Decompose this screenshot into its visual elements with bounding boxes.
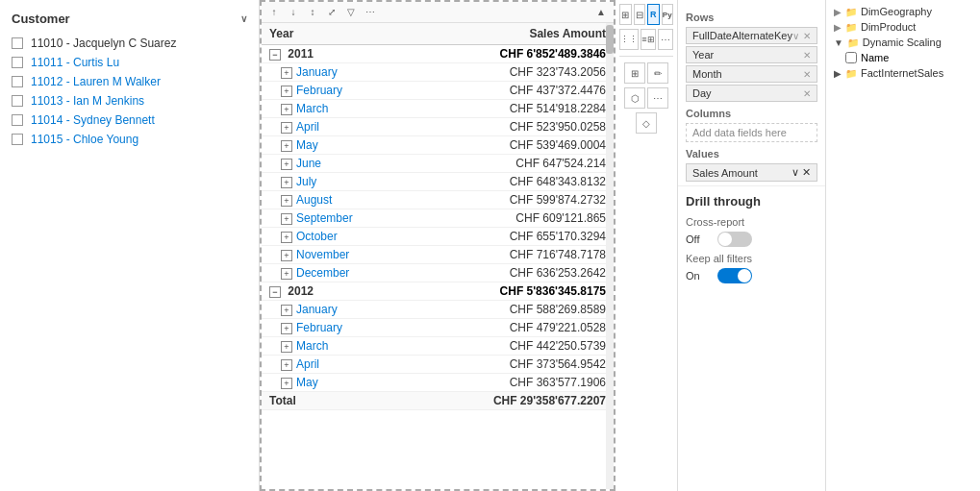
expand-icon[interactable]: + bbox=[281, 67, 292, 79]
customer-checkbox[interactable] bbox=[12, 76, 23, 87]
chevron-down-icon[interactable]: ∨ bbox=[792, 166, 799, 178]
expand-icon[interactable]: + bbox=[281, 232, 292, 243]
chevron-down-icon[interactable]: ∨ bbox=[792, 31, 799, 41]
field-tag-sales-amount[interactable]: Sales Amount ∨ ✕ bbox=[686, 163, 817, 182]
list-item[interactable]: 11014 - Sydney Bennett bbox=[0, 110, 259, 130]
remove-field-icon[interactable]: ✕ bbox=[803, 31, 811, 41]
sort-both-icon[interactable]: ↕ bbox=[304, 4, 321, 21]
list-icon[interactable]: ≡⊞ bbox=[641, 29, 656, 50]
tree-group-dynamicscaling: Name bbox=[834, 50, 980, 65]
matrix-icon[interactable]: ⊟ bbox=[634, 4, 646, 25]
month-amount: CHF 523'950.0258 bbox=[415, 118, 614, 136]
month-amount: CHF 479'221.0528 bbox=[415, 319, 614, 337]
expand-icon[interactable]: ⤢ bbox=[323, 4, 340, 21]
list-item[interactable]: 11013 - Ian M Jenkins bbox=[0, 91, 259, 110]
folder-icon2: 📁 bbox=[845, 68, 857, 79]
field-tag-year[interactable]: Year ✕ bbox=[686, 46, 817, 63]
diamond-icon[interactable]: ◇ bbox=[636, 112, 657, 134]
sort-asc-icon[interactable]: ↑ bbox=[265, 4, 283, 21]
expand-icon[interactable]: + bbox=[281, 177, 292, 188]
more-icon[interactable]: ⋯ bbox=[362, 4, 379, 21]
expand-icon[interactable]: + bbox=[281, 378, 292, 389]
drill-through-section: Drill through Cross-report Off Keep all … bbox=[678, 185, 825, 297]
fields-tree-panel: ▶ 📁 DimGeography ▶ 📁 DimProduct ▼ 📁 Dyna… bbox=[825, 0, 980, 491]
expand-icon[interactable]: + bbox=[281, 104, 292, 115]
grid-icon[interactable]: ⋮⋮ bbox=[619, 29, 639, 50]
matrix-scroll-area[interactable]: Year Sales Amount − 2011 CHF 6'852'489.3… bbox=[262, 23, 614, 489]
field-tag-day[interactable]: Day ✕ bbox=[686, 85, 817, 102]
expand-icon[interactable]: + bbox=[281, 159, 292, 170]
remove-field-icon[interactable]: ✕ bbox=[802, 166, 811, 178]
rows-label: Rows bbox=[686, 12, 817, 23]
month-label: +May bbox=[262, 136, 415, 155]
month-label: +December bbox=[262, 264, 415, 282]
table-row: +August CHF 599'874.2732 bbox=[262, 191, 614, 209]
tree-item-factinternetsales[interactable]: ▶ 📁 FactInternetSales bbox=[834, 65, 980, 81]
month-label: +August bbox=[262, 191, 415, 209]
sort-desc-icon[interactable]: ↓ bbox=[285, 4, 302, 21]
expand-icon[interactable]: + bbox=[281, 305, 292, 316]
name-checkbox[interactable] bbox=[845, 52, 857, 63]
tree-item-dimgeography[interactable]: ▶ 📁 DimGeography bbox=[834, 4, 980, 19]
field-tag-month[interactable]: Month ✕ bbox=[686, 65, 817, 83]
tree-item-dynamicscaling[interactable]: ▼ 📁 Dynamic Scaling bbox=[834, 35, 980, 50]
expand-icon[interactable]: + bbox=[281, 268, 292, 280]
table-row: +June CHF 647'524.214 bbox=[262, 155, 614, 173]
table-row: +February CHF 479'221.0528 bbox=[262, 319, 614, 337]
cross-report-toggle-row: Off bbox=[686, 232, 817, 247]
format-table-icon[interactable]: ⊞ bbox=[624, 62, 645, 84]
expand-icon[interactable]: + bbox=[281, 86, 292, 97]
table-row: +February CHF 437'372.4476 bbox=[262, 82, 614, 100]
expand-icon[interactable]: + bbox=[281, 213, 292, 225]
remove-field-icon[interactable]: ✕ bbox=[803, 88, 811, 99]
off-label: Off bbox=[686, 233, 710, 245]
expand-icon[interactable]: + bbox=[281, 341, 292, 353]
expand-icon[interactable]: + bbox=[281, 250, 292, 261]
remove-field-icon[interactable]: ✕ bbox=[803, 69, 811, 80]
expand-icon[interactable]: + bbox=[281, 122, 292, 134]
collapse-icon[interactable]: − bbox=[269, 286, 281, 298]
ellipsis-icon[interactable]: ⋯ bbox=[658, 29, 673, 50]
paint-icon[interactable]: ✏ bbox=[647, 62, 668, 84]
customer-checkbox[interactable] bbox=[12, 95, 23, 107]
list-item[interactable]: 11012 - Lauren M Walker bbox=[0, 72, 259, 91]
cross-report-toggle[interactable] bbox=[717, 232, 752, 247]
r-icon[interactable]: R bbox=[647, 4, 660, 25]
hex-icon[interactable]: ⬡ bbox=[624, 87, 645, 109]
expand-icon[interactable]: + bbox=[281, 323, 292, 334]
tree-checkbox-name[interactable]: Name bbox=[845, 50, 980, 65]
customer-checkbox[interactable] bbox=[12, 57, 23, 68]
field-name: Month bbox=[692, 68, 722, 80]
name-label: Name bbox=[861, 52, 889, 63]
scroll-up-icon[interactable]: ▲ bbox=[592, 4, 610, 21]
tree-item-dimproduct[interactable]: ▶ 📁 DimProduct bbox=[834, 19, 980, 35]
customer-name: 11011 - Curtis Lu bbox=[31, 56, 119, 69]
filter-icon[interactable]: ▽ bbox=[342, 4, 360, 21]
chevron-down-icon[interactable]: ∨ bbox=[240, 13, 247, 24]
remove-field-icon[interactable]: ✕ bbox=[803, 50, 811, 61]
table-row: +December CHF 636'253.2642 bbox=[262, 264, 614, 282]
keep-filters-toggle[interactable] bbox=[717, 268, 752, 283]
list-item[interactable]: 11010 - Jacquelyn C Suarez bbox=[0, 34, 259, 53]
more2-icon[interactable]: ⋯ bbox=[647, 87, 668, 109]
month-amount: CHF 514'918.2284 bbox=[415, 100, 614, 118]
list-item[interactable]: 11011 - Curtis Lu bbox=[0, 53, 259, 72]
expand-icon[interactable]: + bbox=[281, 140, 292, 152]
customer-checkbox[interactable] bbox=[12, 114, 23, 126]
expand-icon[interactable]: + bbox=[281, 359, 292, 371]
customer-checkbox[interactable] bbox=[12, 134, 23, 145]
month-amount: CHF 373'564.9542 bbox=[415, 356, 614, 374]
add-columns-field[interactable]: Add data fields here bbox=[686, 123, 817, 142]
py-icon[interactable]: Py bbox=[662, 4, 674, 25]
table-row: +May CHF 539'469.0004 bbox=[262, 136, 614, 155]
field-tag-fulldatealternatekey[interactable]: FullDateAlternateKey ∨ ✕ bbox=[686, 27, 817, 44]
collapse-icon[interactable]: − bbox=[269, 49, 281, 61]
table-icon[interactable]: ⊞ bbox=[619, 4, 632, 25]
right-panel: ⊞ ⊟ R Py ⋮⋮ ≡⊞ ⋯ ⊞ ✏ ⬡ ⋯ ◇ bbox=[616, 0, 980, 491]
expand-icon[interactable]: + bbox=[281, 195, 292, 207]
customer-checkbox[interactable] bbox=[12, 37, 23, 49]
folder-icon2: 📁 bbox=[845, 7, 857, 17]
folder-icon2: 📁 bbox=[845, 22, 857, 33]
list-item[interactable]: 11015 - Chloe Young bbox=[0, 130, 259, 149]
month-label: +April bbox=[262, 356, 415, 374]
